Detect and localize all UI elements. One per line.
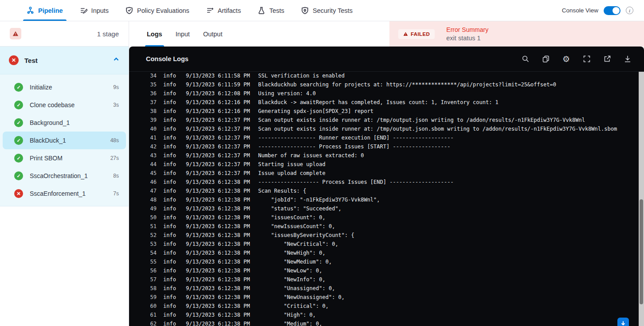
log-timestamp: 9/13/2023 6:12:37 PM (186, 170, 252, 176)
download-icon[interactable] (623, 55, 632, 63)
tab-tests[interactable]: Tests (258, 0, 284, 21)
step-row-sscaenforcement-1[interactable]: ✕ SscaEnforcement_1 7s (3, 185, 126, 202)
log-line-number: 52 (146, 232, 157, 238)
tab-pipeline[interactable]: Pipeline (27, 0, 63, 21)
log-message: Blackduckhub searching for projects at: … (258, 82, 556, 88)
step-row-sscaorchestration-1[interactable]: ✓ SscaOrchestration_1 8s (3, 167, 126, 185)
toggle-knob (613, 7, 620, 14)
log-line-number: 50 (146, 214, 157, 221)
fullscreen-icon[interactable] (582, 55, 591, 63)
log-message: "issuesBySeverityCount": { (258, 232, 354, 238)
log-row: 56 info 9/13/2023 6:12:38 PM "NewLow": 0… (129, 266, 639, 275)
log-row: 48 info 9/13/2023 6:12:38 PM "jobId": "-… (129, 195, 639, 204)
arrow-down-icon (620, 320, 626, 326)
log-line-number: 37 (146, 99, 157, 105)
log-timestamp: 9/13/2023 6:12:16 PM (186, 99, 252, 105)
tab-artifacts[interactable]: Artifacts (206, 0, 241, 21)
stage-name: Test (24, 57, 38, 64)
tests-icon (258, 7, 265, 14)
step-name: Background_1 (30, 119, 70, 126)
log-level: info (163, 232, 178, 238)
log-line-number: 45 (146, 170, 157, 176)
log-message: Issue upload complete (258, 170, 326, 176)
stage-count-label: 1 stage (97, 30, 119, 38)
log-message: "NewMedium": 0, (258, 259, 332, 265)
log-row: 62 info 9/13/2023 6:12:38 PM "Medium": 0… (129, 319, 639, 326)
log-timestamp: 9/13/2023 6:12:38 PM (186, 214, 252, 221)
log-timestamp: 9/13/2023 6:12:38 PM (186, 232, 252, 238)
chevron-up-icon[interactable] (113, 56, 120, 65)
tab-logs[interactable]: Logs (147, 21, 162, 47)
tab-policy-evaluations[interactable]: Policy Evaluations (126, 0, 189, 21)
log-row: 50 info 9/13/2023 6:12:38 PM "issuesCoun… (129, 213, 639, 222)
log-message: "NewUnassigned": 0, (258, 294, 345, 300)
open-in-new-icon[interactable] (603, 55, 611, 63)
tab-output[interactable]: Output (203, 21, 223, 47)
log-level: info (163, 117, 178, 123)
log-timestamp: 9/13/2023 6:12:38 PM (186, 223, 252, 229)
tab-inputs[interactable]: Inputs (80, 0, 109, 21)
log-line-number: 62 (146, 321, 157, 326)
log-row: 51 info 9/13/2023 6:12:38 PM "newIssuesC… (129, 222, 639, 231)
console-header: Console Logs ⚙ (129, 47, 644, 72)
log-row: 44 info 9/13/2023 6:12:37 PM Starting is… (129, 160, 639, 169)
pipeline-icon (27, 7, 34, 14)
log-timestamp: 9/13/2023 6:12:37 PM (186, 152, 252, 159)
log-line-number: 39 (146, 117, 157, 123)
step-row-initialize[interactable]: ✓ Initialize 9s (3, 78, 126, 96)
log-message: Generating spdx-json[SPDX_23] report (258, 108, 373, 114)
tab-pipeline-label: Pipeline (38, 7, 63, 14)
log-timestamp: 9/13/2023 6:12:38 PM (186, 276, 252, 283)
log-message: Scan output exists inside runner at: /tm… (258, 126, 617, 132)
log-line-number: 59 (146, 294, 157, 300)
warning-triangle-icon (403, 31, 408, 36)
console-view-toggle[interactable] (604, 6, 620, 15)
log-level: info (163, 294, 178, 300)
log-message: "Critical": 0, (258, 303, 329, 309)
log-row: 47 info 9/13/2023 6:12:38 PM Scan Result… (129, 186, 639, 195)
log-row: 46 info 9/13/2023 6:12:38 PM -----------… (129, 178, 639, 186)
log-timestamp: 9/13/2023 6:11:59 PM (186, 82, 252, 88)
console-scrollbar[interactable] (639, 72, 644, 326)
log-row: 52 info 9/13/2023 6:12:38 PM "issuesBySe… (129, 231, 639, 240)
log-message: Scan Results: { (258, 188, 306, 194)
step-row-blackduck-1[interactable]: ✓ BlackDuck_1 48s (3, 132, 126, 149)
success-check-icon: ✓ (14, 171, 23, 180)
copy-icon[interactable] (542, 55, 550, 63)
search-icon[interactable] (521, 55, 530, 63)
step-row-print-sbom[interactable]: ✓ Print SBOM 27s (3, 149, 126, 167)
log-message: Using version: 4.0 (258, 90, 316, 97)
log-line-number: 55 (146, 259, 157, 265)
stage-header-test[interactable]: ✕ Test (0, 47, 129, 74)
log-message: Number of raw issues extracted: 0 (258, 152, 364, 159)
log-viewport: 34 info 9/13/2023 6:11:58 PM SSL verific… (129, 72, 639, 326)
gear-icon[interactable]: ⚙ (562, 55, 570, 63)
scrollbar-thumb[interactable] (640, 199, 643, 304)
log-line-number: 53 (146, 241, 157, 247)
tab-security-tests[interactable]: Security Tests (301, 0, 353, 21)
log-message: "High": 0, (258, 312, 316, 318)
step-row-clone-codebase[interactable]: ✓ Clone codebase 3s (3, 96, 126, 114)
log-message: "jobId": "-n1FkEpdiw3Y7G-Vvk8Wnl", (258, 197, 380, 203)
tab-tests-label: Tests (269, 7, 284, 14)
step-row-background-1[interactable]: ✓ Background_1 (3, 114, 126, 132)
log-message: ------------------- Process Issues [END]… (258, 179, 454, 185)
log-timestamp: 9/13/2023 6:12:38 PM (186, 188, 252, 194)
log-level: info (163, 241, 178, 247)
log-timestamp: 9/13/2023 6:12:38 PM (186, 179, 252, 185)
tab-policy-evaluations-label: Policy Evaluations (137, 7, 189, 14)
info-icon[interactable]: i (626, 7, 633, 14)
steps-list: ✓ Initialize 9s ✓ Clone codebase 3s ✓ Ba… (0, 74, 129, 206)
log-line-number: 40 (146, 126, 157, 132)
log-timestamp: 9/13/2023 6:12:37 PM (186, 144, 252, 150)
log-level: info (163, 179, 178, 185)
log-level: info (163, 188, 178, 194)
log-line-number: 38 (146, 108, 157, 114)
log-row: 40 info 9/13/2023 6:12:37 PM Scan output… (129, 124, 639, 133)
log-line-number: 35 (146, 82, 157, 88)
scroll-to-bottom-button[interactable] (617, 318, 629, 326)
log-level: info (163, 250, 178, 256)
tab-input[interactable]: Input (176, 21, 190, 47)
log-level: info (163, 135, 178, 141)
log-row: 57 info 9/13/2023 6:12:38 PM "NewInfo": … (129, 275, 639, 284)
